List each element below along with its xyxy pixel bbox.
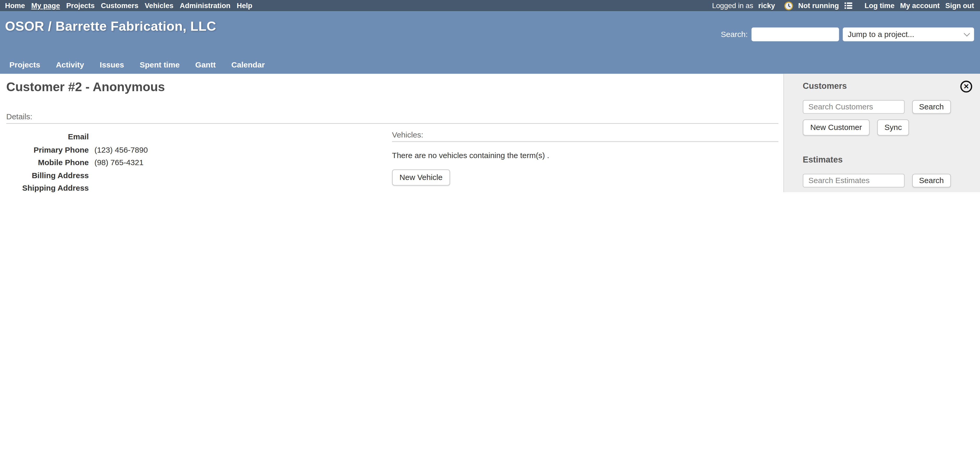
detail-label: Mobile Phone [6, 156, 89, 169]
detail-row-mobile-phone: Mobile Phone (98) 765-4321 [6, 156, 386, 169]
top-menu-projects[interactable]: Projects [66, 2, 95, 10]
search-input[interactable] [751, 28, 839, 41]
top-menu-help[interactable]: Help [237, 2, 253, 10]
quick-search: Search: Jump to a project... [721, 28, 974, 41]
sidebar-customers-heading: Customers [803, 81, 973, 91]
details-divider [6, 123, 778, 124]
timer-status: Not running [798, 2, 839, 10]
vehicles-section: Vehicles: There are no vehicles containi… [386, 131, 778, 192]
search-customers-button[interactable]: Search [912, 100, 951, 114]
logged-in-username: ricky [758, 2, 775, 10]
details-section-label: Details: [6, 113, 778, 121]
main-area: Customer #2 - Anonymous Details: Email P… [0, 74, 980, 192]
timer-list-icon[interactable] [844, 1, 853, 10]
tab-activity[interactable]: Activity [56, 61, 84, 70]
sidebar: ✕ Customers Search New Customer Sync Est… [783, 74, 980, 192]
top-menu-administration[interactable]: Administration [180, 2, 231, 10]
top-menu-bar: Home My page Projects Customers Vehicles… [0, 0, 980, 11]
site-header: OSOR / Barrette Fabrication, LLC Search:… [0, 11, 980, 74]
search-customers-input[interactable] [803, 100, 905, 114]
top-menu-vehicles[interactable]: Vehicles [145, 2, 173, 10]
tab-projects[interactable]: Projects [10, 61, 40, 70]
detail-row-primary-phone: Primary Phone (123) 456-7890 [6, 143, 386, 156]
search-estimates-input[interactable] [803, 174, 905, 188]
detail-label: Shipping Address [6, 182, 89, 192]
project-tabs: Projects Activity Issues Spent time Gant… [10, 61, 265, 70]
tab-issues[interactable]: Issues [100, 61, 124, 70]
detail-row-shipping-address: Shipping Address [6, 182, 386, 192]
vehicles-empty-message: There are no vehicles containing the ter… [392, 151, 778, 160]
timer-clock-icon [784, 1, 793, 10]
sign-out-link[interactable]: Sign out [945, 2, 974, 10]
sync-button[interactable]: Sync [877, 119, 909, 135]
new-vehicle-button[interactable]: New Vehicle [392, 169, 450, 186]
logged-in-label: Logged in as [712, 2, 753, 10]
detail-value: (98) 765-4321 [94, 156, 143, 169]
my-account-link[interactable]: My account [900, 2, 940, 10]
top-menu-home[interactable]: Home [5, 2, 25, 10]
vehicles-section-label: Vehicles: [392, 131, 778, 140]
page-title: Customer #2 - Anonymous [6, 80, 778, 94]
tab-gantt[interactable]: Gantt [196, 61, 216, 70]
detail-row-email: Email [6, 131, 386, 143]
log-time-link[interactable]: Log time [865, 2, 894, 10]
detail-label: Billing Address [6, 169, 89, 182]
search-estimates-button[interactable]: Search [912, 174, 951, 188]
top-menu-customers[interactable]: Customers [101, 2, 138, 10]
account-menu: Logged in as ricky Not running [712, 1, 974, 10]
chevron-down-icon [964, 30, 970, 37]
tab-spent-time[interactable]: Spent time [140, 61, 180, 70]
jump-to-project-value: Jump to a project... [848, 30, 914, 39]
detail-label: Email [6, 131, 89, 143]
vehicles-divider [392, 141, 778, 142]
content: Customer #2 - Anonymous Details: Email P… [0, 74, 783, 192]
detail-row-billing-address: Billing Address [6, 169, 386, 182]
close-icon[interactable]: ✕ [960, 81, 972, 93]
detail-value: (123) 456-7890 [94, 143, 148, 156]
app-window: Home My page Projects Customers Vehicles… [0, 0, 980, 192]
top-menu: Home My page Projects Customers Vehicles… [5, 2, 252, 10]
sidebar-estimates-heading: Estimates [803, 155, 973, 164]
customer-details: Email Primary Phone (123) 456-7890 Mobil… [6, 131, 386, 192]
detail-label: Primary Phone [6, 143, 89, 156]
new-customer-button[interactable]: New Customer [803, 119, 870, 135]
top-menu-my-page[interactable]: My page [31, 2, 60, 10]
search-label: Search: [721, 30, 748, 39]
tab-calendar[interactable]: Calendar [231, 61, 265, 70]
jump-to-project-select[interactable]: Jump to a project... [843, 28, 974, 41]
